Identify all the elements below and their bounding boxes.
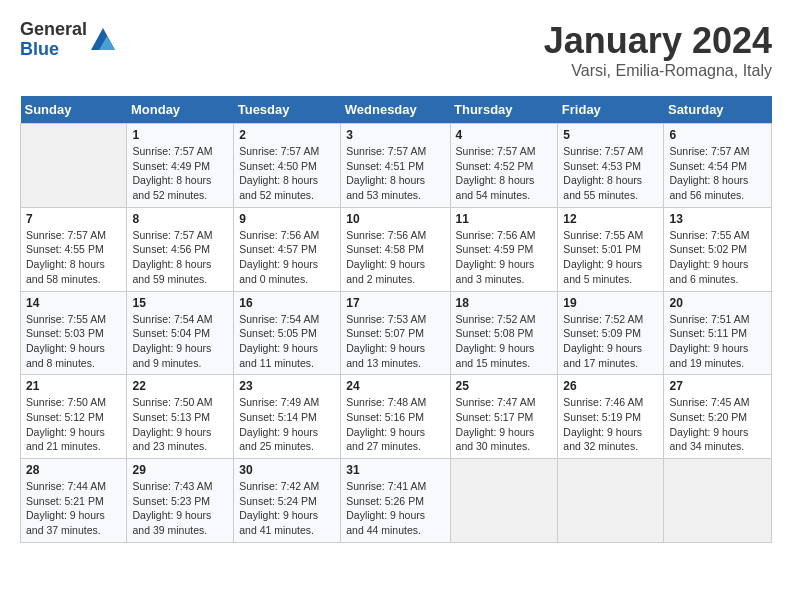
day-header-thursday: Thursday <box>450 96 558 124</box>
calendar-cell <box>450 459 558 543</box>
day-number: 11 <box>456 212 553 226</box>
week-row-1: 1Sunrise: 7:57 AMSunset: 4:49 PMDaylight… <box>21 124 772 208</box>
day-detail: Sunrise: 7:54 AMSunset: 5:04 PMDaylight:… <box>132 313 212 369</box>
day-detail: Sunrise: 7:54 AMSunset: 5:05 PMDaylight:… <box>239 313 319 369</box>
day-detail: Sunrise: 7:56 AMSunset: 4:57 PMDaylight:… <box>239 229 319 285</box>
calendar-cell: 2Sunrise: 7:57 AMSunset: 4:50 PMDaylight… <box>234 124 341 208</box>
calendar-cell: 13Sunrise: 7:55 AMSunset: 5:02 PMDayligh… <box>664 207 772 291</box>
day-detail: Sunrise: 7:57 AMSunset: 4:50 PMDaylight:… <box>239 145 319 201</box>
main-title: January 2024 <box>544 20 772 62</box>
calendar-cell: 4Sunrise: 7:57 AMSunset: 4:52 PMDaylight… <box>450 124 558 208</box>
title-block: January 2024 Varsi, Emilia-Romagna, Ital… <box>544 20 772 80</box>
calendar-cell: 6Sunrise: 7:57 AMSunset: 4:54 PMDaylight… <box>664 124 772 208</box>
day-number: 16 <box>239 296 335 310</box>
day-detail: Sunrise: 7:43 AMSunset: 5:23 PMDaylight:… <box>132 480 212 536</box>
calendar-cell: 28Sunrise: 7:44 AMSunset: 5:21 PMDayligh… <box>21 459 127 543</box>
day-number: 25 <box>456 379 553 393</box>
day-number: 6 <box>669 128 766 142</box>
day-number: 19 <box>563 296 658 310</box>
day-detail: Sunrise: 7:55 AMSunset: 5:03 PMDaylight:… <box>26 313 106 369</box>
day-detail: Sunrise: 7:55 AMSunset: 5:01 PMDaylight:… <box>563 229 643 285</box>
day-detail: Sunrise: 7:41 AMSunset: 5:26 PMDaylight:… <box>346 480 426 536</box>
calendar-cell: 17Sunrise: 7:53 AMSunset: 5:07 PMDayligh… <box>341 291 450 375</box>
calendar-cell <box>558 459 664 543</box>
calendar-cell: 7Sunrise: 7:57 AMSunset: 4:55 PMDaylight… <box>21 207 127 291</box>
calendar-cell: 10Sunrise: 7:56 AMSunset: 4:58 PMDayligh… <box>341 207 450 291</box>
day-number: 8 <box>132 212 228 226</box>
calendar-cell: 26Sunrise: 7:46 AMSunset: 5:19 PMDayligh… <box>558 375 664 459</box>
calendar-cell: 21Sunrise: 7:50 AMSunset: 5:12 PMDayligh… <box>21 375 127 459</box>
calendar-cell: 5Sunrise: 7:57 AMSunset: 4:53 PMDaylight… <box>558 124 664 208</box>
day-detail: Sunrise: 7:50 AMSunset: 5:12 PMDaylight:… <box>26 396 106 452</box>
day-number: 14 <box>26 296 121 310</box>
calendar-cell: 14Sunrise: 7:55 AMSunset: 5:03 PMDayligh… <box>21 291 127 375</box>
day-detail: Sunrise: 7:49 AMSunset: 5:14 PMDaylight:… <box>239 396 319 452</box>
day-detail: Sunrise: 7:44 AMSunset: 5:21 PMDaylight:… <box>26 480 106 536</box>
day-number: 22 <box>132 379 228 393</box>
day-number: 10 <box>346 212 444 226</box>
calendar-cell: 8Sunrise: 7:57 AMSunset: 4:56 PMDaylight… <box>127 207 234 291</box>
day-detail: Sunrise: 7:48 AMSunset: 5:16 PMDaylight:… <box>346 396 426 452</box>
day-detail: Sunrise: 7:57 AMSunset: 4:53 PMDaylight:… <box>563 145 643 201</box>
week-row-4: 21Sunrise: 7:50 AMSunset: 5:12 PMDayligh… <box>21 375 772 459</box>
day-detail: Sunrise: 7:42 AMSunset: 5:24 PMDaylight:… <box>239 480 319 536</box>
day-detail: Sunrise: 7:57 AMSunset: 4:49 PMDaylight:… <box>132 145 212 201</box>
day-detail: Sunrise: 7:47 AMSunset: 5:17 PMDaylight:… <box>456 396 536 452</box>
week-row-2: 7Sunrise: 7:57 AMSunset: 4:55 PMDaylight… <box>21 207 772 291</box>
day-number: 15 <box>132 296 228 310</box>
day-detail: Sunrise: 7:57 AMSunset: 4:52 PMDaylight:… <box>456 145 536 201</box>
day-number: 2 <box>239 128 335 142</box>
day-number: 23 <box>239 379 335 393</box>
calendar-cell: 30Sunrise: 7:42 AMSunset: 5:24 PMDayligh… <box>234 459 341 543</box>
day-detail: Sunrise: 7:46 AMSunset: 5:19 PMDaylight:… <box>563 396 643 452</box>
calendar-cell: 29Sunrise: 7:43 AMSunset: 5:23 PMDayligh… <box>127 459 234 543</box>
calendar-cell: 18Sunrise: 7:52 AMSunset: 5:08 PMDayligh… <box>450 291 558 375</box>
day-detail: Sunrise: 7:50 AMSunset: 5:13 PMDaylight:… <box>132 396 212 452</box>
day-number: 9 <box>239 212 335 226</box>
logo-icon <box>89 26 117 54</box>
day-number: 4 <box>456 128 553 142</box>
day-header-monday: Monday <box>127 96 234 124</box>
calendar-cell: 20Sunrise: 7:51 AMSunset: 5:11 PMDayligh… <box>664 291 772 375</box>
day-number: 29 <box>132 463 228 477</box>
day-number: 30 <box>239 463 335 477</box>
calendar-cell: 22Sunrise: 7:50 AMSunset: 5:13 PMDayligh… <box>127 375 234 459</box>
day-number: 13 <box>669 212 766 226</box>
day-header-tuesday: Tuesday <box>234 96 341 124</box>
page-header: General Blue January 2024 Varsi, Emilia-… <box>20 20 772 80</box>
day-detail: Sunrise: 7:57 AMSunset: 4:54 PMDaylight:… <box>669 145 749 201</box>
calendar-cell: 15Sunrise: 7:54 AMSunset: 5:04 PMDayligh… <box>127 291 234 375</box>
day-number: 24 <box>346 379 444 393</box>
calendar-cell <box>21 124 127 208</box>
day-number: 7 <box>26 212 121 226</box>
day-header-wednesday: Wednesday <box>341 96 450 124</box>
day-detail: Sunrise: 7:56 AMSunset: 4:59 PMDaylight:… <box>456 229 536 285</box>
calendar-cell: 25Sunrise: 7:47 AMSunset: 5:17 PMDayligh… <box>450 375 558 459</box>
subtitle: Varsi, Emilia-Romagna, Italy <box>544 62 772 80</box>
calendar-cell: 19Sunrise: 7:52 AMSunset: 5:09 PMDayligh… <box>558 291 664 375</box>
calendar-cell: 27Sunrise: 7:45 AMSunset: 5:20 PMDayligh… <box>664 375 772 459</box>
day-number: 12 <box>563 212 658 226</box>
calendar-cell: 24Sunrise: 7:48 AMSunset: 5:16 PMDayligh… <box>341 375 450 459</box>
day-number: 5 <box>563 128 658 142</box>
day-number: 27 <box>669 379 766 393</box>
day-header-sunday: Sunday <box>21 96 127 124</box>
day-detail: Sunrise: 7:57 AMSunset: 4:55 PMDaylight:… <box>26 229 106 285</box>
logo-general-text: General <box>20 20 87 40</box>
calendar-cell <box>664 459 772 543</box>
day-detail: Sunrise: 7:56 AMSunset: 4:58 PMDaylight:… <box>346 229 426 285</box>
day-number: 1 <box>132 128 228 142</box>
day-detail: Sunrise: 7:55 AMSunset: 5:02 PMDaylight:… <box>669 229 749 285</box>
calendar-cell: 31Sunrise: 7:41 AMSunset: 5:26 PMDayligh… <box>341 459 450 543</box>
day-number: 20 <box>669 296 766 310</box>
calendar-table: SundayMondayTuesdayWednesdayThursdayFrid… <box>20 96 772 543</box>
calendar-cell: 12Sunrise: 7:55 AMSunset: 5:01 PMDayligh… <box>558 207 664 291</box>
day-number: 28 <box>26 463 121 477</box>
calendar-cell: 16Sunrise: 7:54 AMSunset: 5:05 PMDayligh… <box>234 291 341 375</box>
day-number: 17 <box>346 296 444 310</box>
day-number: 21 <box>26 379 121 393</box>
day-header-friday: Friday <box>558 96 664 124</box>
week-row-5: 28Sunrise: 7:44 AMSunset: 5:21 PMDayligh… <box>21 459 772 543</box>
day-number: 31 <box>346 463 444 477</box>
day-detail: Sunrise: 7:53 AMSunset: 5:07 PMDaylight:… <box>346 313 426 369</box>
